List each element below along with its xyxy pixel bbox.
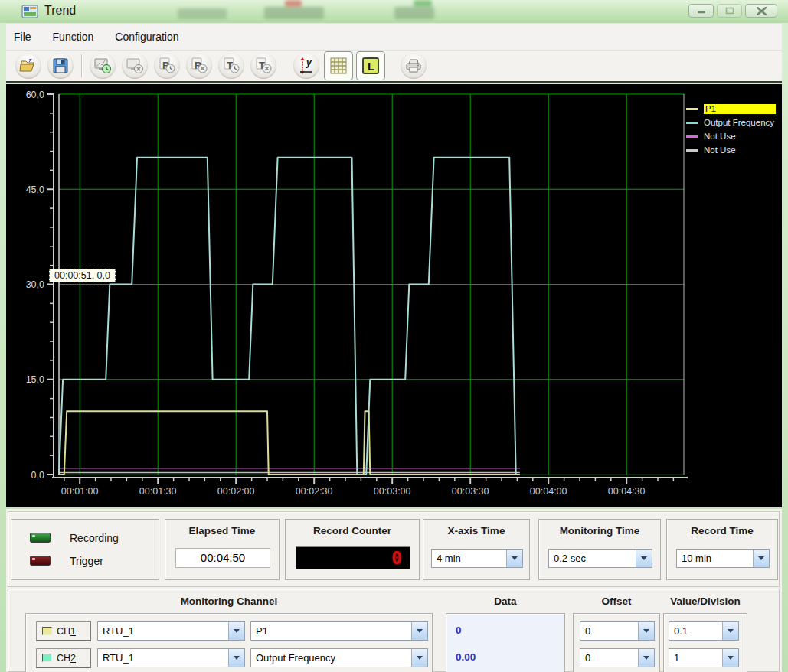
titlebar: Trend: [0, 0, 788, 23]
ch1-value-division-select[interactable]: 0.1: [669, 621, 739, 641]
monitoring-channel-header: Monitoring Channel: [25, 595, 433, 607]
ch1-device-select[interactable]: RTU_1: [97, 621, 245, 641]
ch2-value-division-select[interactable]: 1: [669, 648, 739, 667]
legend-item-output-frequency[interactable]: Output Frequency: [686, 118, 776, 128]
save-button[interactable]: [47, 53, 74, 79]
channel-group: CH1RTU_1P1CH2RTU_1Output Frequency: [25, 613, 433, 672]
maximize-button[interactable]: [717, 4, 742, 18]
toolbar: RRTTyL: [6, 51, 782, 83]
svg-text:y: y: [306, 57, 312, 68]
legend-item-not-use[interactable]: Not Use: [686, 132, 776, 142]
ch2-data-value: 0.00: [456, 651, 476, 663]
xaxis-time-select[interactable]: 4 min: [431, 549, 523, 568]
control-panel: Recording Trigger Elapsed Time 00:04:50 …: [6, 509, 782, 672]
y-axis-scale-button[interactable]: y: [293, 53, 319, 79]
ch1-color-swatch: [42, 627, 52, 635]
chevron-down-icon[interactable]: [638, 622, 654, 640]
ch1-data-value: 0: [456, 625, 462, 636]
app-window: Trend File Function Configuration RRTTyL: [0, 0, 788, 672]
trigger-start-icon: T: [222, 57, 240, 74]
chevron-down-icon[interactable]: [228, 649, 244, 667]
value-division-header: Value/Division: [663, 595, 747, 607]
ch1-parameter-select-value: P1: [251, 622, 411, 640]
menu-item-configuration[interactable]: Configuration: [104, 24, 189, 50]
svg-text:15,0: 15,0: [26, 374, 44, 385]
monitor-stop-button[interactable]: [122, 53, 148, 79]
ch2-device-select[interactable]: RTU_1: [97, 648, 245, 667]
grid-toggle-button[interactable]: [324, 51, 353, 80]
legend-label: Not Use: [704, 132, 736, 142]
svg-text:45,0: 45,0: [26, 184, 44, 195]
minimize-button[interactable]: [688, 4, 714, 18]
legend-toggle-button[interactable]: L: [356, 51, 385, 80]
ch2-device-select-value: RTU_1: [98, 649, 228, 667]
monitor-start-button[interactable]: [90, 53, 116, 79]
chevron-down-icon[interactable]: [228, 622, 244, 640]
ch2-color-swatch: [42, 654, 52, 662]
svg-text:00:03:30: 00:03:30: [452, 486, 489, 497]
record-counter-group: Record Counter 0: [285, 519, 420, 580]
ch1-offset-select-value: 0: [580, 622, 638, 640]
close-button[interactable]: [745, 4, 777, 18]
redacted-mark: [414, 0, 432, 7]
chevron-down-icon[interactable]: [411, 622, 427, 640]
value-division-group: 0.11: [663, 613, 747, 672]
monitor-stop-icon: [126, 57, 144, 74]
chevron-down-icon[interactable]: [411, 649, 427, 667]
ch2-offset-select[interactable]: 0: [580, 648, 655, 667]
trigger-stop-icon: T: [254, 57, 273, 74]
chevron-down-icon[interactable]: [506, 550, 522, 567]
legend-swatch: [686, 108, 698, 110]
offset-header: Offset: [573, 595, 660, 607]
chevron-down-icon[interactable]: [638, 649, 654, 667]
ch1-offset-select[interactable]: 0: [580, 621, 655, 641]
svg-text:00:04:30: 00:04:30: [608, 486, 646, 497]
print-button[interactable]: [401, 53, 427, 79]
menu-item-function[interactable]: Function: [42, 24, 105, 50]
ch2-label: CH2: [57, 653, 76, 664]
record-start-button[interactable]: R: [154, 53, 180, 79]
chart-plot[interactable]: 0,015,030,045,060,000:01:0000:01:3000:02…: [6, 84, 782, 507]
svg-text:00:02:00: 00:02:00: [217, 486, 255, 497]
monitoring-time-label: Monitoring Time: [539, 525, 660, 537]
chevron-down-icon[interactable]: [722, 649, 738, 667]
chevron-down-icon[interactable]: [722, 622, 738, 640]
ch1-parameter-select[interactable]: P1: [250, 621, 428, 641]
app-icon: [21, 3, 38, 20]
ch2-parameter-select[interactable]: Output Frequency: [250, 648, 428, 667]
open-button[interactable]: [15, 53, 41, 79]
ch1-toggle-button[interactable]: CH1: [36, 621, 91, 641]
svg-text:00:02:30: 00:02:30: [296, 486, 333, 497]
svg-text:00:01:00: 00:01:00: [61, 486, 99, 497]
legend-label: Output Frequency: [704, 118, 774, 128]
record-time-select[interactable]: 10 min: [676, 549, 770, 568]
redacted-mark: [285, 0, 302, 7]
status-led-group: Recording Trigger: [11, 519, 159, 580]
trigger-stop-button[interactable]: T: [250, 53, 276, 79]
ch2-toggle-button[interactable]: CH2: [36, 648, 91, 668]
svg-text:00:03:00: 00:03:00: [374, 486, 411, 497]
record-time-label: Record Time: [667, 525, 777, 537]
legend-item-p1[interactable]: P1: [686, 104, 776, 114]
trigger-start-button[interactable]: T: [218, 53, 244, 79]
chevron-down-icon[interactable]: [753, 550, 769, 567]
elapsed-time-label: Elapsed Time: [165, 525, 279, 537]
print-icon: [404, 57, 423, 74]
ch2-parameter-select-value: Output Frequency: [251, 649, 411, 667]
record-stop-icon: R: [190, 57, 208, 74]
chart-legend: P1Output FrequencyNot UseNot Use: [686, 104, 776, 155]
monitoring-time-select[interactable]: 0.2 sec: [548, 549, 652, 568]
trend-chart[interactable]: 0,015,030,045,060,000:01:0000:01:3000:02…: [6, 84, 782, 507]
legend-swatch: [686, 122, 698, 124]
monitor-start-icon: [93, 57, 112, 74]
chevron-down-icon[interactable]: [636, 550, 652, 567]
legend-item-not-use[interactable]: Not Use: [686, 145, 776, 155]
ch2-offset-select-value: 0: [580, 649, 638, 667]
svg-text:00:04:00: 00:04:00: [530, 486, 567, 497]
save-icon: [52, 57, 69, 74]
record-stop-button[interactable]: R: [186, 53, 212, 79]
legend-toggle-icon: L: [361, 57, 380, 75]
menu-item-file[interactable]: File: [6, 24, 42, 50]
legend-label: Not Use: [704, 145, 736, 155]
toolbar-separator: [81, 54, 82, 77]
